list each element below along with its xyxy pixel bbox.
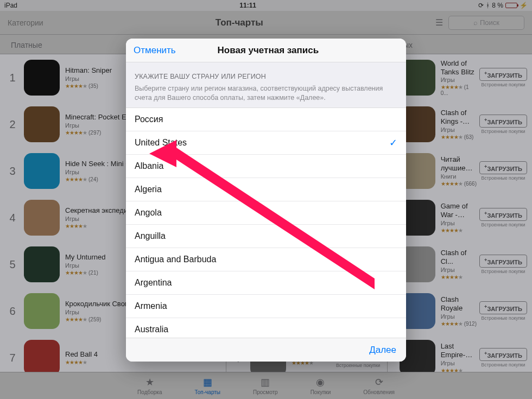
modal-header: Отменить Новая учетная запись	[126, 39, 406, 62]
hint-heading: УКАЖИТЕ ВАШУ СТРАНУ ИЛИ РЕГИОН	[135, 72, 397, 82]
country-row[interactable]: Antigua and Barbuda	[126, 248, 406, 271]
country-row[interactable]: Australia	[126, 318, 406, 338]
country-row[interactable]: Angola	[126, 201, 406, 225]
country-name: Россия	[135, 115, 163, 124]
country-row[interactable]: Anguilla	[126, 225, 406, 248]
country-name: Angola	[135, 208, 162, 218]
country-row[interactable]: United States✓	[126, 131, 406, 155]
country-row[interactable]: Armenia	[126, 295, 406, 318]
country-name: Antigua and Barbuda	[135, 255, 216, 264]
modal-body: УКАЖИТЕ ВАШУ СТРАНУ ИЛИ РЕГИОН Выберите …	[126, 62, 406, 338]
country-name: United States	[135, 138, 187, 148]
checkmark-icon: ✓	[389, 137, 397, 149]
country-row[interactable]: Algeria	[126, 178, 406, 201]
country-name: Armenia	[135, 301, 167, 311]
modal-footer: Далее	[126, 338, 406, 362]
country-list: РоссияUnited States✓AlbaniaAlgeriaAngola…	[126, 107, 406, 338]
country-name: Australia	[135, 325, 168, 334]
next-button[interactable]: Далее	[369, 345, 396, 356]
modal-title: Новая учетная запись	[138, 45, 398, 56]
country-name: Albania	[135, 161, 163, 171]
country-name: Anguilla	[135, 231, 166, 241]
country-row[interactable]: Argentina	[126, 271, 406, 295]
hint-subheading: Выберите страну или регион магазина, соо…	[135, 84, 397, 103]
new-account-modal: Отменить Новая учетная запись УКАЖИТЕ ВА…	[126, 39, 406, 362]
country-name: Algeria	[135, 185, 162, 194]
country-name: Argentina	[135, 278, 172, 288]
hint-block: УКАЖИТЕ ВАШУ СТРАНУ ИЛИ РЕГИОН Выберите …	[126, 62, 406, 107]
country-row[interactable]: Albania	[126, 155, 406, 178]
country-row[interactable]: Россия	[126, 108, 406, 131]
